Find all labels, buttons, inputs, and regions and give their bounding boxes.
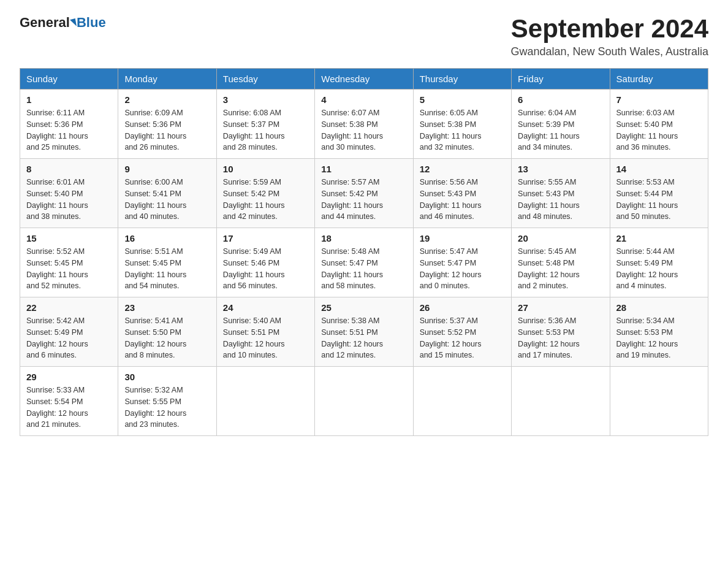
day-number: 28 — [616, 302, 702, 313]
day-info: Sunrise: 5:36 AMSunset: 5:53 PMDaylight:… — [518, 315, 603, 361]
day-number: 20 — [518, 233, 603, 243]
calendar-day-20: 20Sunrise: 5:45 AMSunset: 5:48 PMDayligh… — [512, 228, 610, 297]
day-number: 25 — [321, 302, 406, 313]
day-number: 3 — [223, 94, 308, 105]
day-info: Sunrise: 5:34 AMSunset: 5:53 PMDaylight:… — [616, 315, 702, 361]
title-area: September 2024 Gwandalan, New South Wale… — [511, 15, 709, 58]
day-info: Sunrise: 6:05 AMSunset: 5:38 PMDaylight:… — [420, 107, 505, 153]
day-info: Sunrise: 5:33 AMSunset: 5:54 PMDaylight:… — [26, 385, 112, 431]
column-header-sunday: Sunday — [20, 69, 118, 90]
day-info: Sunrise: 6:08 AMSunset: 5:37 PMDaylight:… — [223, 107, 308, 153]
calendar-day-26: 26Sunrise: 5:37 AMSunset: 5:52 PMDayligh… — [413, 297, 511, 367]
day-number: 14 — [616, 164, 702, 174]
calendar-day-3: 3Sunrise: 6:08 AMSunset: 5:37 PMDaylight… — [216, 90, 314, 159]
week-row-3: 15Sunrise: 5:52 AMSunset: 5:45 PMDayligh… — [20, 228, 708, 297]
day-number: 11 — [321, 164, 406, 174]
day-number: 12 — [420, 164, 505, 174]
day-info: Sunrise: 5:49 AMSunset: 5:46 PMDaylight:… — [223, 246, 308, 292]
day-number: 13 — [518, 164, 603, 174]
day-number: 7 — [616, 94, 702, 105]
calendar-day-25: 25Sunrise: 5:38 AMSunset: 5:51 PMDayligh… — [315, 297, 413, 367]
calendar-day-15: 15Sunrise: 5:52 AMSunset: 5:45 PMDayligh… — [20, 228, 118, 297]
day-info: Sunrise: 5:51 AMSunset: 5:45 PMDaylight:… — [124, 246, 210, 292]
day-info: Sunrise: 6:03 AMSunset: 5:40 PMDaylight:… — [616, 107, 702, 153]
calendar-day-14: 14Sunrise: 5:53 AMSunset: 5:44 PMDayligh… — [610, 159, 708, 228]
day-number: 9 — [124, 164, 210, 174]
day-info: Sunrise: 5:38 AMSunset: 5:51 PMDaylight:… — [321, 315, 406, 361]
day-info: Sunrise: 5:41 AMSunset: 5:50 PMDaylight:… — [124, 315, 210, 361]
day-info: Sunrise: 5:40 AMSunset: 5:51 PMDaylight:… — [223, 315, 308, 361]
empty-cell — [315, 367, 413, 436]
week-row-5: 29Sunrise: 5:33 AMSunset: 5:54 PMDayligh… — [20, 367, 708, 436]
logo-general: General — [20, 15, 70, 31]
day-number: 2 — [124, 94, 210, 105]
calendar-day-17: 17Sunrise: 5:49 AMSunset: 5:46 PMDayligh… — [216, 228, 314, 297]
calendar-day-6: 6Sunrise: 6:04 AMSunset: 5:39 PMDaylight… — [512, 90, 610, 159]
logo-arrow-icon — [70, 18, 77, 27]
day-number: 16 — [124, 233, 210, 243]
calendar-day-28: 28Sunrise: 5:34 AMSunset: 5:53 PMDayligh… — [610, 297, 708, 367]
day-number: 1 — [26, 94, 112, 105]
day-number: 10 — [223, 164, 308, 174]
column-header-friday: Friday — [512, 69, 610, 90]
column-header-tuesday: Tuesday — [216, 69, 314, 90]
day-number: 6 — [518, 94, 603, 105]
day-info: Sunrise: 6:09 AMSunset: 5:36 PMDaylight:… — [124, 107, 210, 153]
column-header-saturday: Saturday — [610, 69, 708, 90]
logo-text: GeneralBlue — [20, 15, 106, 31]
day-number: 8 — [26, 164, 112, 174]
day-info: Sunrise: 5:57 AMSunset: 5:42 PMDaylight:… — [321, 177, 406, 223]
logo: GeneralBlue — [20, 15, 106, 31]
day-info: Sunrise: 5:37 AMSunset: 5:52 PMDaylight:… — [420, 315, 505, 361]
day-number: 24 — [223, 302, 308, 313]
day-number: 23 — [124, 302, 210, 313]
day-number: 19 — [420, 233, 505, 243]
calendar-day-27: 27Sunrise: 5:36 AMSunset: 5:53 PMDayligh… — [512, 297, 610, 367]
day-number: 30 — [124, 372, 210, 382]
calendar-header-row: SundayMondayTuesdayWednesdayThursdayFrid… — [20, 69, 708, 90]
month-year-title: September 2024 — [511, 15, 709, 43]
day-info: Sunrise: 5:32 AMSunset: 5:55 PMDaylight:… — [124, 385, 210, 431]
calendar-day-7: 7Sunrise: 6:03 AMSunset: 5:40 PMDaylight… — [610, 90, 708, 159]
day-number: 17 — [223, 233, 308, 243]
day-number: 21 — [616, 233, 702, 243]
calendar-day-21: 21Sunrise: 5:44 AMSunset: 5:49 PMDayligh… — [610, 228, 708, 297]
day-number: 27 — [518, 302, 603, 313]
day-info: Sunrise: 5:48 AMSunset: 5:47 PMDaylight:… — [321, 246, 406, 292]
day-number: 15 — [26, 233, 112, 243]
empty-cell — [216, 367, 314, 436]
day-number: 26 — [420, 302, 505, 313]
calendar-day-9: 9Sunrise: 6:00 AMSunset: 5:41 PMDaylight… — [118, 159, 216, 228]
column-header-wednesday: Wednesday — [315, 69, 413, 90]
day-info: Sunrise: 5:55 AMSunset: 5:43 PMDaylight:… — [518, 177, 603, 223]
page-header: GeneralBlue September 2024 Gwandalan, Ne… — [20, 15, 708, 58]
day-number: 5 — [420, 94, 505, 105]
day-info: Sunrise: 5:56 AMSunset: 5:43 PMDaylight:… — [420, 177, 505, 223]
empty-cell — [512, 367, 610, 436]
day-info: Sunrise: 6:11 AMSunset: 5:36 PMDaylight:… — [26, 107, 112, 153]
day-info: Sunrise: 5:59 AMSunset: 5:42 PMDaylight:… — [223, 177, 308, 223]
day-number: 29 — [26, 372, 112, 382]
calendar-day-8: 8Sunrise: 6:01 AMSunset: 5:40 PMDaylight… — [20, 159, 118, 228]
day-info: Sunrise: 5:52 AMSunset: 5:45 PMDaylight:… — [26, 246, 112, 292]
column-header-thursday: Thursday — [413, 69, 511, 90]
day-info: Sunrise: 6:01 AMSunset: 5:40 PMDaylight:… — [26, 177, 112, 223]
empty-cell — [413, 367, 511, 436]
calendar-day-1: 1Sunrise: 6:11 AMSunset: 5:36 PMDaylight… — [20, 90, 118, 159]
day-number: 4 — [321, 94, 406, 105]
calendar-day-29: 29Sunrise: 5:33 AMSunset: 5:54 PMDayligh… — [20, 367, 118, 436]
calendar-day-30: 30Sunrise: 5:32 AMSunset: 5:55 PMDayligh… — [118, 367, 216, 436]
calendar-day-18: 18Sunrise: 5:48 AMSunset: 5:47 PMDayligh… — [315, 228, 413, 297]
week-row-2: 8Sunrise: 6:01 AMSunset: 5:40 PMDaylight… — [20, 159, 708, 228]
day-info: Sunrise: 5:47 AMSunset: 5:47 PMDaylight:… — [420, 246, 505, 292]
logo-blue-text: Blue — [77, 15, 106, 31]
day-info: Sunrise: 6:04 AMSunset: 5:39 PMDaylight:… — [518, 107, 603, 153]
week-row-1: 1Sunrise: 6:11 AMSunset: 5:36 PMDaylight… — [20, 90, 708, 159]
calendar-day-22: 22Sunrise: 5:42 AMSunset: 5:49 PMDayligh… — [20, 297, 118, 367]
calendar-day-19: 19Sunrise: 5:47 AMSunset: 5:47 PMDayligh… — [413, 228, 511, 297]
calendar-day-11: 11Sunrise: 5:57 AMSunset: 5:42 PMDayligh… — [315, 159, 413, 228]
calendar-day-12: 12Sunrise: 5:56 AMSunset: 5:43 PMDayligh… — [413, 159, 511, 228]
day-info: Sunrise: 5:44 AMSunset: 5:49 PMDaylight:… — [616, 246, 702, 292]
day-info: Sunrise: 6:00 AMSunset: 5:41 PMDaylight:… — [124, 177, 210, 223]
day-info: Sunrise: 6:07 AMSunset: 5:38 PMDaylight:… — [321, 107, 406, 153]
